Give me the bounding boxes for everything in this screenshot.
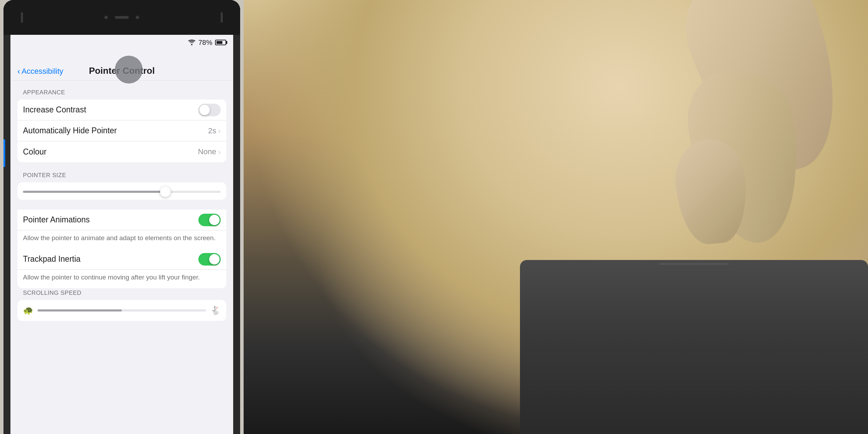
status-bar: 78% [10, 35, 233, 50]
auto-hide-pointer-row[interactable]: Automatically Hide Pointer 2s › [17, 120, 226, 141]
pointer-size-slider-fill [23, 191, 165, 193]
camera-dot-2 [136, 16, 139, 19]
auto-hide-pointer-label: Automatically Hide Pointer [23, 126, 117, 135]
scroll-fast-icon: 🐇 [210, 306, 221, 315]
colour-row[interactable]: Colour None › [17, 141, 226, 162]
pointer-size-slider-track[interactable] [23, 191, 221, 193]
auto-hide-pointer-right: 2s › [208, 126, 221, 135]
animations-group: Pointer Animations Allow the pointer to … [17, 210, 226, 288]
page-title: Pointer Control [70, 65, 174, 76]
trackpad-surface [520, 260, 868, 434]
pointer-animations-description: Allow the pointer to animate and adapt t… [17, 230, 226, 249]
auto-hide-pointer-value: 2s [208, 126, 216, 135]
increase-contrast-toggle[interactable] [198, 104, 221, 116]
pointer-size-slider-thumb[interactable] [160, 187, 171, 197]
camera-area [104, 16, 139, 19]
settings-content[interactable]: APPEARANCE Increase Contrast Automatical… [10, 81, 233, 434]
ipad-top-bar [3, 0, 240, 35]
pointer-animations-toggle-knob [209, 215, 220, 225]
speaker-right [221, 12, 223, 23]
wifi-icon [188, 40, 196, 45]
increase-contrast-label: Increase Contrast [23, 105, 86, 115]
pointer-animations-label: Pointer Animations [23, 215, 90, 224]
toggle-knob [199, 105, 210, 115]
colour-value: None [198, 147, 216, 156]
back-label: Accessibility [22, 67, 63, 76]
side-indicator [3, 139, 5, 167]
speaker-left [21, 12, 23, 23]
colour-chevron-icon: › [218, 148, 221, 156]
scrolling-speed-slider-fill [38, 309, 122, 311]
scrolling-speed-slider-row: 🐢 🐇 [17, 300, 226, 321]
sensor-bar [115, 16, 129, 19]
trackpad-inertia-label: Trackpad Inertia [23, 254, 80, 264]
nav-back-button[interactable]: ‹ Accessibility [17, 66, 70, 76]
scroll-slow-icon: 🐢 [23, 306, 33, 315]
status-icons: 78% [188, 39, 226, 47]
scrolling-speed-section-label: SCROLLING SPEED [23, 290, 226, 297]
auto-hide-pointer-chevron-icon: › [218, 127, 221, 135]
trackpad-lines [659, 263, 729, 265]
trackpad-inertia-toggle-knob [209, 254, 220, 265]
pointer-size-slider-container [17, 182, 226, 200]
nav-header: ‹ Accessibility Pointer Control [10, 50, 233, 81]
trackpad-inertia-toggle[interactable] [198, 253, 221, 266]
ipad-container: 78% ‹ Accessibility Pointer Control [0, 0, 244, 434]
battery-fill [216, 41, 222, 44]
right-background [244, 0, 868, 434]
ipad-frame: 78% ‹ Accessibility Pointer Control [3, 0, 240, 434]
appearance-group: Increase Contrast Automatically Hide Poi… [17, 100, 226, 162]
increase-contrast-row[interactable]: Increase Contrast [17, 100, 226, 120]
battery-icon [215, 40, 226, 45]
pointer-animations-toggle[interactable] [198, 214, 221, 226]
camera-dot [104, 16, 108, 19]
appearance-section-label: APPEARANCE [23, 89, 226, 96]
pointer-size-section-label: POINTER SIZE [23, 172, 226, 179]
battery-tip [226, 41, 227, 44]
trackpad-inertia-description: Allow the pointer to continue moving aft… [17, 270, 226, 288]
colour-label: Colour [23, 147, 47, 157]
battery-percent: 78% [198, 39, 212, 47]
ios-screen: 78% ‹ Accessibility Pointer Control [10, 35, 233, 434]
back-chevron-icon: ‹ [17, 66, 20, 76]
trackpad-inertia-row[interactable]: Trackpad Inertia [17, 249, 226, 270]
scrolling-speed-slider-track[interactable] [38, 309, 206, 311]
colour-right: None › [198, 147, 221, 156]
pointer-animations-row[interactable]: Pointer Animations [17, 210, 226, 230]
